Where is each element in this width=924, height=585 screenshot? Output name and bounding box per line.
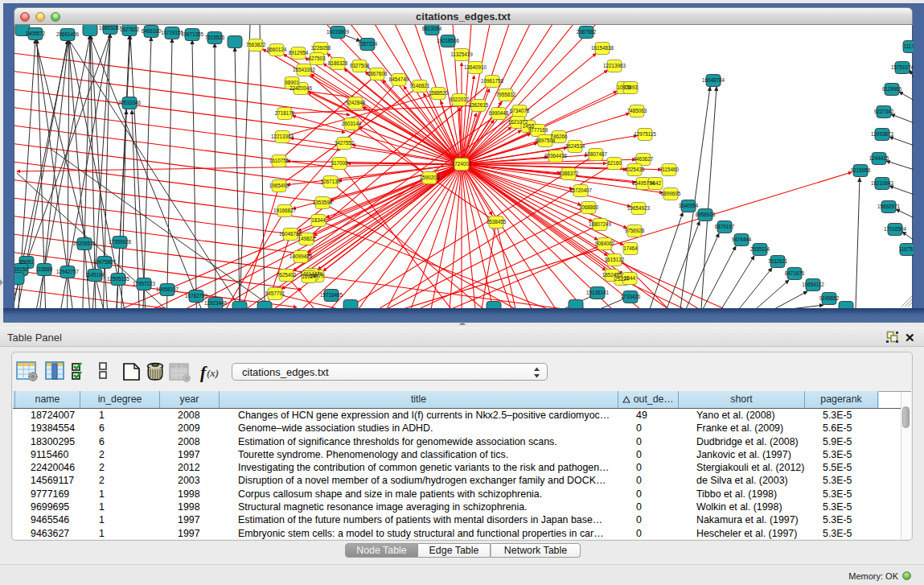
svg-text:6879197: 6879197 bbox=[715, 224, 735, 229]
svg-text:1733426: 1733426 bbox=[621, 294, 641, 299]
svg-text:11174: 11174 bbox=[904, 43, 914, 49]
svg-text:20364436: 20364436 bbox=[544, 153, 568, 159]
svg-text:10975867: 10975867 bbox=[93, 259, 117, 265]
svg-text:10654112: 10654112 bbox=[802, 282, 824, 287]
svg-text:9129966: 9129966 bbox=[882, 86, 902, 92]
svg-text:17464: 17464 bbox=[623, 245, 638, 251]
svg-text:8912954: 8912954 bbox=[289, 50, 309, 56]
svg-text:8813054: 8813054 bbox=[422, 26, 442, 31]
svg-text:7663822: 7663822 bbox=[246, 42, 266, 47]
svg-text:85061: 85061 bbox=[19, 259, 34, 265]
svg-text:14099489: 14099489 bbox=[290, 253, 313, 259]
svg-text:1025438: 1025438 bbox=[625, 167, 645, 172]
svg-text:12213963: 12213963 bbox=[603, 63, 626, 68]
svg-text:15720407: 15720407 bbox=[569, 187, 593, 193]
svg-text:19654923: 19654923 bbox=[627, 205, 651, 211]
svg-text:1588520: 1588520 bbox=[429, 90, 449, 96]
svg-text:18344: 18344 bbox=[311, 217, 326, 223]
svg-text:9227342: 9227342 bbox=[874, 109, 894, 114]
svg-text:20206576: 20206576 bbox=[73, 241, 97, 246]
svg-text:6899695: 6899695 bbox=[661, 191, 681, 196]
svg-text:9327508: 9327508 bbox=[350, 63, 370, 68]
svg-text:1145194: 1145194 bbox=[85, 272, 105, 278]
svg-text:9322037: 9322037 bbox=[450, 97, 470, 102]
svg-text:10853287: 10853287 bbox=[99, 25, 122, 31]
svg-text:39159: 39159 bbox=[14, 266, 28, 272]
svg-text:116753: 116753 bbox=[899, 246, 914, 252]
svg-text:15692971: 15692971 bbox=[877, 204, 901, 209]
svg-text:8186328: 8186328 bbox=[328, 60, 348, 66]
svg-text:16154838: 16154838 bbox=[591, 45, 614, 51]
svg-text:6990448: 6990448 bbox=[489, 110, 509, 116]
svg-text:7357224: 7357224 bbox=[358, 41, 378, 47]
svg-text:1244415: 1244415 bbox=[869, 155, 889, 161]
svg-text:9642: 9642 bbox=[650, 180, 662, 186]
svg-text:9242848: 9242848 bbox=[346, 100, 366, 105]
svg-text:9215958: 9215958 bbox=[851, 167, 871, 173]
svg-text:1527602: 1527602 bbox=[120, 27, 140, 32]
svg-text:16782759: 16782759 bbox=[185, 293, 208, 299]
svg-text:7515526: 7515526 bbox=[205, 35, 225, 40]
svg-text:2867608: 2867608 bbox=[368, 71, 388, 76]
svg-text:149822: 149822 bbox=[298, 236, 315, 241]
svg-text:2087682: 2087682 bbox=[577, 29, 597, 35]
svg-text:73493: 73493 bbox=[623, 84, 638, 90]
svg-text:10807487: 10807487 bbox=[585, 151, 608, 157]
svg-text:(x): (x) bbox=[207, 367, 219, 379]
svg-text:9457791: 9457791 bbox=[265, 290, 285, 296]
svg-text:2718176: 2718176 bbox=[275, 110, 295, 116]
svg-text:1640954: 1640954 bbox=[679, 203, 699, 208]
svg-text:10961758: 10961758 bbox=[481, 78, 504, 84]
svg-text:15716485: 15716485 bbox=[320, 292, 343, 298]
svg-text:7386372: 7386372 bbox=[559, 171, 579, 176]
svg-text:17957223: 17957223 bbox=[133, 281, 156, 286]
svg-text:10671355: 10671355 bbox=[181, 31, 204, 37]
svg-text:17359928: 17359928 bbox=[109, 239, 132, 245]
svg-text:12505135: 12505135 bbox=[107, 276, 130, 282]
svg-text:16924: 16924 bbox=[302, 274, 316, 279]
svg-text:9474444: 9474444 bbox=[732, 237, 752, 242]
svg-text:7625402: 7625402 bbox=[277, 272, 297, 278]
svg-text:2544: 2544 bbox=[624, 275, 636, 281]
svg-text:20691406: 20691406 bbox=[56, 31, 80, 37]
svg-text:746266: 746266 bbox=[550, 134, 568, 139]
svg-text:7485063: 7485063 bbox=[627, 108, 647, 113]
svg-text:2935114: 2935114 bbox=[750, 246, 770, 252]
svg-text:1538455: 1538455 bbox=[487, 219, 507, 225]
svg-text:98901: 98901 bbox=[285, 80, 299, 85]
svg-text:3267130: 3267130 bbox=[321, 179, 341, 184]
svg-text:20533346: 20533346 bbox=[118, 100, 142, 105]
svg-text:115689: 115689 bbox=[36, 266, 53, 272]
svg-text:2603144: 2603144 bbox=[342, 121, 362, 126]
svg-text:1590203: 1590203 bbox=[420, 175, 440, 180]
svg-text:15751074: 15751074 bbox=[891, 64, 914, 70]
svg-text:9084067: 9084067 bbox=[595, 241, 615, 246]
svg-text:18807249: 18807249 bbox=[589, 221, 612, 227]
svg-text:1965493: 1965493 bbox=[269, 183, 290, 188]
svg-text:16648784: 16648784 bbox=[702, 77, 725, 83]
svg-text:6734078: 6734078 bbox=[510, 108, 530, 113]
svg-text:17016504: 17016504 bbox=[884, 226, 907, 232]
svg-text:16210643: 16210643 bbox=[871, 180, 894, 186]
svg-text:13640910: 13640910 bbox=[464, 64, 487, 70]
svg-text:7955812: 7955812 bbox=[496, 92, 516, 97]
svg-text:427503: 427503 bbox=[308, 56, 326, 61]
svg-text:1362615: 1362615 bbox=[469, 102, 489, 108]
svg-text:9146821: 9146821 bbox=[410, 83, 430, 89]
svg-text:16033809: 16033809 bbox=[326, 29, 350, 35]
svg-text:1353594: 1353594 bbox=[313, 200, 333, 205]
svg-text:62160: 62160 bbox=[607, 160, 622, 166]
svg-text:8471676: 8471676 bbox=[785, 270, 805, 276]
svg-text:6466160: 6466160 bbox=[142, 28, 162, 34]
svg-text:1615132: 1615132 bbox=[605, 257, 625, 262]
svg-text:19166827: 19166827 bbox=[273, 208, 297, 213]
svg-text:12923448: 12923448 bbox=[204, 300, 228, 306]
svg-text:1405572: 1405572 bbox=[26, 31, 46, 36]
svg-text:12942757: 12942757 bbox=[56, 269, 80, 274]
svg-text:12093873: 12093873 bbox=[871, 131, 894, 137]
svg-text:8660124: 8660124 bbox=[267, 47, 287, 52]
svg-text:8454749: 8454749 bbox=[389, 76, 409, 82]
svg-text:9463627: 9463627 bbox=[634, 156, 654, 162]
svg-text:3624534: 3624534 bbox=[565, 143, 585, 149]
svg-text:1068860: 1068860 bbox=[579, 204, 599, 210]
